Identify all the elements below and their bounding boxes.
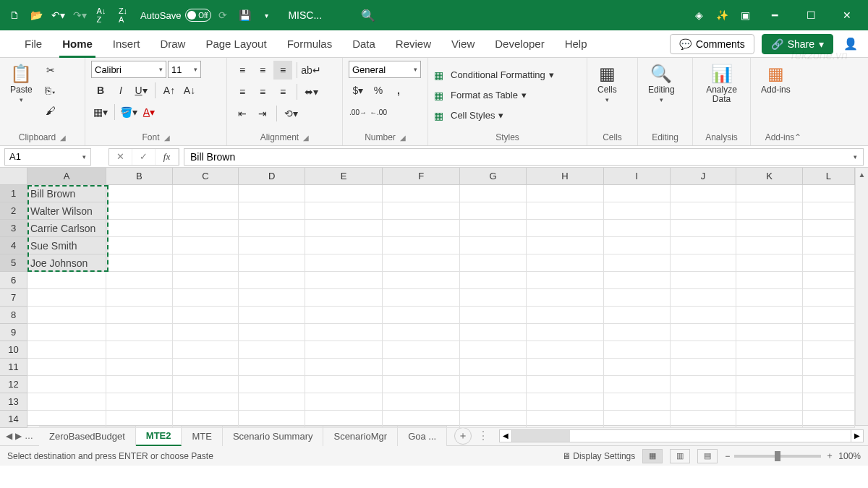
cell-B13[interactable] — [106, 393, 173, 411]
cell-H11[interactable] — [527, 359, 604, 376]
cell-G8[interactable] — [460, 307, 527, 324]
column-header-B[interactable]: B — [106, 168, 173, 185]
increase-indent-icon[interactable]: ⇥ — [253, 104, 272, 123]
spreadsheet-grid[interactable]: ABCDEFGHIJKL 1234567891011121314 Bill Br… — [0, 168, 868, 425]
cell-I4[interactable] — [604, 237, 671, 254]
decrease-indent-icon[interactable]: ⇤ — [233, 104, 252, 123]
search-icon[interactable]: 🔍 — [361, 9, 375, 22]
cell-H4[interactable] — [527, 237, 604, 254]
percent-icon[interactable]: % — [369, 81, 388, 100]
cell-J11[interactable] — [671, 359, 737, 376]
row-header-6[interactable]: 6 — [0, 272, 27, 289]
tab-page-layout[interactable]: Page Layout — [195, 30, 276, 58]
refresh-icon[interactable]: ⟳ — [213, 4, 233, 26]
cell-H14[interactable] — [527, 411, 604, 428]
cell-C9[interactable] — [173, 324, 239, 341]
font-size-select[interactable]: 11▾ — [168, 61, 201, 78]
cell-A13[interactable] — [27, 393, 106, 411]
scroll-thumb[interactable] — [512, 430, 570, 442]
cell-F14[interactable] — [383, 411, 460, 428]
cell-C12[interactable] — [173, 376, 239, 393]
cell-E4[interactable] — [305, 237, 383, 254]
cell-I2[interactable] — [604, 202, 671, 220]
editing-button[interactable]: 🔍Editing▾ — [644, 61, 679, 129]
cell-I10[interactable] — [604, 341, 671, 359]
cell-E7[interactable] — [305, 289, 383, 307]
tab-review[interactable]: Review — [386, 30, 441, 58]
cell-J13[interactable] — [671, 393, 737, 411]
cell-I3[interactable] — [604, 220, 671, 237]
zoom-out-icon[interactable]: − — [725, 451, 730, 461]
row-header-1[interactable]: 1 — [0, 185, 27, 202]
cell-L3[interactable] — [803, 220, 855, 237]
cell-K12[interactable] — [736, 376, 803, 393]
comma-icon[interactable]: , — [389, 81, 408, 100]
cell-I5[interactable] — [604, 254, 671, 272]
cell-K6[interactable] — [736, 272, 803, 289]
document-name[interactable]: MISC... — [288, 9, 322, 21]
cell-D12[interactable] — [239, 376, 305, 393]
zoom-control[interactable]: − ＋ 100% — [725, 450, 861, 462]
currency-icon[interactable]: $▾ — [349, 81, 367, 100]
coming-soon-icon[interactable]: ✨ — [712, 4, 732, 26]
cell-F11[interactable] — [383, 359, 460, 376]
close-button[interactable]: ✕ — [830, 4, 864, 26]
cell-K5[interactable] — [736, 254, 803, 272]
align-top-icon[interactable]: ≡ — [233, 61, 252, 80]
display-settings-button[interactable]: 🖥 Display Settings — [562, 451, 635, 461]
cell-L4[interactable] — [803, 237, 855, 254]
collapse-ribbon-icon[interactable]: ⌃ — [794, 132, 801, 142]
cell-J4[interactable] — [671, 237, 737, 254]
align-left-icon[interactable]: ≡ — [233, 82, 252, 101]
select-all-corner[interactable] — [0, 168, 27, 185]
save-icon[interactable]: 💾 — [234, 4, 255, 26]
row-header-10[interactable]: 10 — [0, 341, 27, 359]
conditional-formatting-button[interactable]: ▦Conditional Formatting ▾ — [434, 67, 554, 84]
dialog-launcher-icon[interactable]: ◢ — [60, 134, 66, 142]
cell-E6[interactable] — [305, 272, 383, 289]
analyze-data-button[interactable]: 📊Analyze Data — [699, 61, 744, 129]
name-box[interactable]: A1▾ — [4, 148, 91, 166]
column-header-C[interactable]: C — [173, 168, 239, 185]
cell-J5[interactable] — [671, 254, 737, 272]
normal-view-button[interactable]: ▦ — [642, 449, 663, 463]
cell-G6[interactable] — [460, 272, 527, 289]
cell-B6[interactable] — [106, 272, 173, 289]
cell-C2[interactable] — [173, 202, 239, 220]
sheet-nav-prev-icon[interactable]: ◀ — [6, 431, 12, 441]
cell-F2[interactable] — [383, 202, 460, 220]
cell-H7[interactable] — [527, 289, 604, 307]
cell-K8[interactable] — [736, 307, 803, 324]
column-header-I[interactable]: I — [604, 168, 671, 185]
tab-help[interactable]: Help — [555, 30, 597, 58]
cell-L14[interactable] — [803, 411, 855, 428]
row-header-11[interactable]: 11 — [0, 359, 27, 376]
cell-D11[interactable] — [239, 359, 305, 376]
cell-G4[interactable] — [460, 237, 527, 254]
font-color-button[interactable]: A▾ — [140, 103, 158, 121]
cell-J3[interactable] — [671, 220, 737, 237]
cell-C1[interactable] — [173, 185, 239, 202]
cell-I7[interactable] — [604, 289, 671, 307]
column-header-L[interactable]: L — [803, 168, 855, 185]
cell-B5[interactable] — [106, 254, 173, 272]
cell-L13[interactable] — [803, 393, 855, 411]
cell-B12[interactable] — [106, 376, 173, 393]
copy-icon[interactable]: ⎘▾ — [41, 81, 60, 100]
cell-G3[interactable] — [460, 220, 527, 237]
cell-C3[interactable] — [173, 220, 239, 237]
column-header-F[interactable]: F — [383, 168, 460, 185]
row-header-13[interactable]: 13 — [0, 393, 27, 411]
cell-B9[interactable] — [106, 324, 173, 341]
cell-A2[interactable]: Walter Wilson — [27, 202, 106, 220]
cell-H13[interactable] — [527, 393, 604, 411]
cell-J8[interactable] — [671, 307, 737, 324]
cell-B4[interactable] — [106, 237, 173, 254]
cell-I8[interactable] — [604, 307, 671, 324]
cell-L8[interactable] — [803, 307, 855, 324]
sort-asc-icon[interactable]: A↓Z — [91, 4, 111, 26]
comments-button[interactable]: 💬 Comments — [670, 34, 754, 54]
cell-G10[interactable] — [460, 341, 527, 359]
cell-D3[interactable] — [239, 220, 305, 237]
cell-C11[interactable] — [173, 359, 239, 376]
